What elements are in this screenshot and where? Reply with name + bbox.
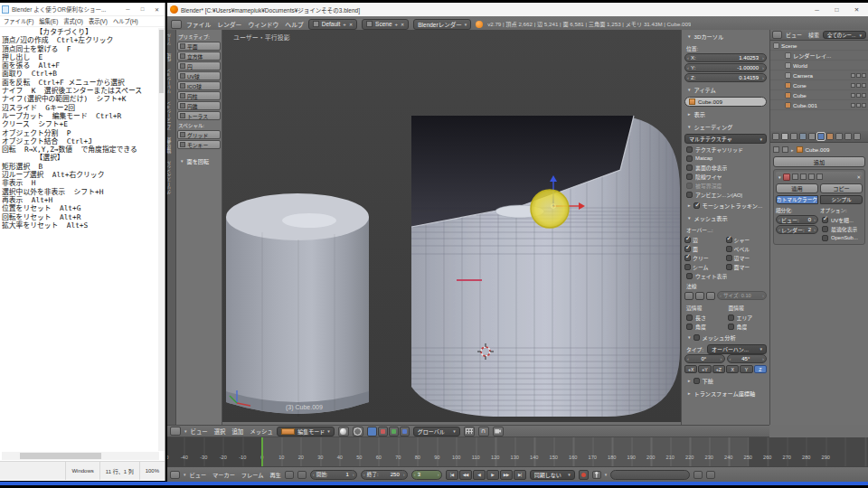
blender-close-button[interactable] (848, 5, 865, 15)
timeline-menu-item[interactable]: フレーム (241, 471, 264, 479)
frame-lock-icon[interactable] (297, 471, 307, 479)
viewport-menu-item[interactable]: 追加 (231, 427, 243, 436)
simple-button[interactable]: シンプル (820, 195, 863, 204)
keying-set-icon[interactable] (592, 471, 601, 479)
modifier-option-row[interactable]: OpenSub... (820, 233, 863, 242)
snap-magnet-icon[interactable] (478, 427, 489, 436)
axis-button[interactable]: +X (684, 365, 697, 373)
checkbox[interactable] (686, 324, 693, 330)
display-mode-dropdown[interactable]: 全てのシー... (823, 31, 866, 39)
checkbox[interactable] (726, 246, 732, 252)
rotate-manipulator[interactable] (389, 427, 399, 436)
panel-background-images[interactable]: 下絵 (684, 374, 767, 387)
shading-checkbox-row[interactable]: 陰線ワイヤ (684, 172, 767, 181)
checkbox[interactable] (684, 255, 691, 261)
properties-tab[interactable] (799, 133, 807, 140)
blender-titlebar[interactable]: Blender* [C:¥Users¥mamepiuk¥Documents¥ジョ… (167, 3, 868, 16)
special-button[interactable]: モンキー (177, 140, 221, 149)
render-toggle[interactable] (792, 174, 798, 180)
notepad-menu-item[interactable]: ヘルプ(H) (113, 17, 138, 25)
left-cylinder-object[interactable] (226, 193, 369, 417)
toolshelf-tab[interactable]: リレーション (167, 65, 175, 98)
close-icon[interactable] (856, 174, 861, 180)
face-normals-toggle[interactable] (706, 292, 715, 300)
edge-info-chec-row[interactable]: 長さ (684, 313, 726, 322)
special-button[interactable]: グリッド (177, 130, 221, 139)
viewport-shading-dropdown[interactable] (338, 427, 349, 436)
copy-button[interactable]: コピー (820, 183, 863, 193)
item-name-field[interactable]: Cube.009 (684, 97, 767, 107)
modifier-option-row[interactable]: UVを細... (820, 215, 863, 224)
delete-scene-icon[interactable] (401, 21, 404, 27)
active-keying-set-field[interactable] (610, 470, 690, 480)
checkbox[interactable] (822, 226, 828, 232)
blender-maximize-button[interactable] (828, 5, 845, 15)
timeline-menu-item[interactable]: 再生 (269, 471, 280, 479)
primitive-button[interactable]: 平面 (177, 42, 221, 51)
loose-normals-toggle[interactable] (695, 292, 704, 300)
notepad-minimize-button[interactable] (122, 5, 134, 14)
checkbox[interactable] (684, 237, 691, 243)
transport-button[interactable]: ▶▶ (500, 470, 513, 480)
screen-layout-dropdown[interactable]: Default (308, 19, 357, 30)
weight-display-row[interactable]: ウェイト表示 (684, 271, 767, 280)
visibility-toggles[interactable] (851, 73, 866, 78)
primitive-button[interactable]: 円 (177, 61, 221, 70)
properties-tab[interactable] (835, 133, 843, 140)
timeline-ruler[interactable]: -60-50-40-30-20-100102030405060708090100… (167, 437, 868, 467)
axis-button[interactable]: Z (754, 365, 767, 373)
checkbox[interactable] (693, 334, 700, 341)
normals-size-field[interactable]: サイズ: 0.10 (717, 291, 767, 300)
properties-tab[interactable] (826, 133, 834, 140)
transform-orientation-dropdown[interactable]: グローバル (413, 427, 460, 436)
properties-tab[interactable] (772, 133, 779, 140)
notepad-vertical-scrollbar[interactable] (158, 28, 165, 451)
record-button[interactable] (579, 470, 589, 480)
visibility-toggles[interactable] (851, 93, 866, 98)
outliner-item[interactable]: レンダーレイ... (770, 51, 868, 61)
checkbox[interactable] (693, 202, 700, 209)
primitive-button[interactable]: UV球 (177, 71, 221, 80)
toolshelf-tab[interactable]: グリースペンシル (167, 157, 175, 198)
transport-button[interactable]: ◀ (473, 470, 486, 480)
modifier-option-row[interactable]: 最適化表示 (820, 224, 863, 233)
info-menu-item[interactable]: ウィンドウ (248, 20, 278, 29)
shading-checkbox-row[interactable]: アンビエン...ン(AO) (684, 190, 767, 199)
add-modifier-button[interactable]: 追加 (773, 156, 865, 167)
outliner-item[interactable]: Cone (770, 80, 868, 90)
cage-toggle[interactable] (816, 174, 823, 180)
visibility-toggles[interactable] (851, 103, 866, 108)
panel-motion-tracking[interactable]: モーショントラッキン... (684, 199, 767, 211)
notepad-menu-item[interactable]: ファイル(F) (4, 17, 33, 25)
visibility-toggles[interactable] (851, 83, 866, 88)
shading-checkbox-row[interactable]: 裏面の非表示 (684, 163, 767, 172)
primitive-button[interactable]: 円錐 (177, 101, 221, 110)
viewport-toggle[interactable] (800, 174, 807, 180)
axis-button[interactable]: +Y (698, 365, 711, 373)
checkbox[interactable] (728, 314, 734, 321)
render-engine-dropdown[interactable]: Blenderレンダー (413, 19, 471, 30)
primitive-button[interactable]: 円柱 (177, 91, 221, 100)
apply-button[interactable]: 適用 (776, 183, 818, 193)
info-menu-item[interactable]: レンダー (217, 20, 241, 29)
panel-rotate-faces[interactable]: 面を回転 (177, 155, 221, 167)
angle-max-field[interactable]: 45° (727, 354, 768, 363)
shading-checkbox-row[interactable]: テクスチャソリッド (684, 145, 767, 154)
primitive-button[interactable]: ICO球 (177, 81, 221, 90)
editor-type-icon[interactable] (772, 31, 782, 39)
notepad-titlebar[interactable]: Blender よく使うOR便利なショー... (0, 3, 165, 16)
notepad-maximize-button[interactable] (137, 5, 148, 14)
manipulator-toggle[interactable] (367, 427, 377, 436)
face-info-check-row[interactable]: エリア (726, 313, 768, 322)
axis-button[interactable]: X (726, 365, 739, 373)
axis-button[interactable]: +Z (712, 365, 725, 373)
outliner-menu-item[interactable]: ビュー (786, 31, 802, 39)
transport-button[interactable]: ◀◀ (459, 470, 472, 480)
checkbox[interactable] (686, 192, 693, 198)
pivot-point-dropdown[interactable] (353, 427, 363, 436)
checkbox[interactable] (686, 146, 693, 153)
viewport-menu-item[interactable]: ビュー (191, 427, 208, 436)
info-menu-item[interactable]: ファイル (186, 20, 211, 29)
transport-button[interactable]: ▶ (486, 470, 499, 480)
scrollbar-thumb[interactable] (159, 30, 164, 93)
